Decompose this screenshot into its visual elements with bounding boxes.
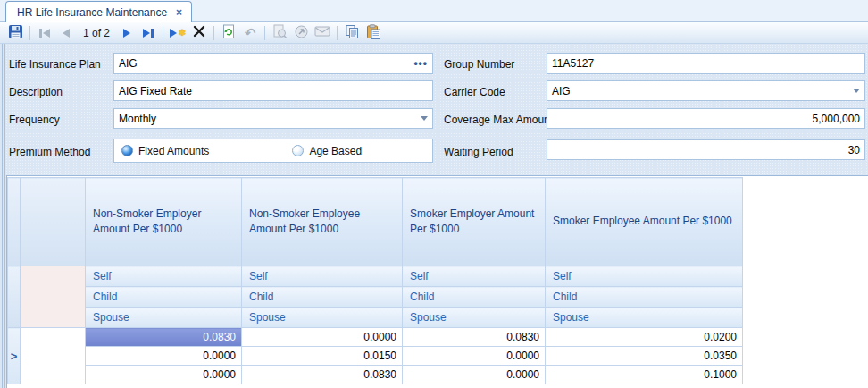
export-icon — [294, 24, 309, 42]
band-label-cell[interactable]: Self — [546, 266, 743, 287]
grid-cell[interactable]: 0.1000 — [546, 366, 743, 384]
coverage-max-amount-value: 5,000,000 — [813, 113, 860, 125]
rates-grid-panel: Non-Smoker Employer Amount Per $1000 Non… — [6, 175, 868, 388]
save-icon — [8, 24, 23, 42]
new-record-button[interactable]: ✱ — [168, 24, 188, 42]
lookup-ellipsis-icon[interactable]: ••• — [413, 57, 428, 70]
grid-cell[interactable]: 0.0000 — [403, 366, 546, 384]
undo-icon: ↶ — [245, 26, 256, 39]
group-number-value: 11A5127 — [552, 57, 594, 70]
radio-age-based[interactable]: Age Based — [292, 145, 362, 157]
band-label-cell[interactable]: Child — [242, 287, 403, 308]
group-number-label: Group Number — [444, 58, 514, 71]
waiting-period-label: Waiting Period — [444, 146, 513, 158]
toolbar-separator — [163, 26, 163, 40]
frequency-value: Monthly — [119, 113, 156, 125]
band-label-cell[interactable]: Child — [546, 287, 743, 308]
grid-corner-cell — [21, 178, 86, 266]
waiting-period-value: 30 — [848, 144, 860, 156]
hr-life-insurance-window: HR Life Insurance Maintenance × 1 of 2 ✱ — [0, 0, 868, 388]
next-record-icon — [123, 29, 130, 38]
grid-cell[interactable]: 0.0830 — [403, 328, 546, 347]
previous-record-button — [56, 24, 76, 42]
carrier-code-label: Carrier Code — [444, 86, 505, 98]
frequency-combo[interactable]: Monthly — [113, 108, 433, 129]
band-label-cell[interactable]: Self — [242, 266, 403, 287]
description-value: AIG Fixed Rate — [119, 85, 192, 97]
grid-cell[interactable]: 0.0000 — [403, 347, 546, 366]
chevron-down-icon — [421, 116, 428, 121]
toolbar: 1 of 2 ✱ ↶ — [0, 22, 868, 44]
band-label-cell[interactable]: Self — [86, 266, 242, 287]
refresh-icon — [221, 24, 236, 42]
life-insurance-plan-value: AIG — [119, 57, 138, 70]
grid-cell[interactable]: 0.0000 — [242, 328, 403, 347]
undo-button: ↶ — [240, 24, 260, 42]
toolbar-separator — [29, 26, 30, 40]
radio-fixed-amounts-label: Fixed Amounts — [138, 145, 209, 157]
tab-title: HR Life Insurance Maintenance — [17, 6, 167, 19]
band-label-cell[interactable]: Spouse — [86, 308, 242, 328]
current-row-indicator[interactable]: > — [8, 328, 21, 384]
grid-cell[interactable]: 0.0350 — [546, 347, 743, 366]
life-insurance-plan-label: Life Insurance Plan — [9, 58, 101, 71]
band-label-cell[interactable]: Child — [403, 287, 546, 308]
right-chevron-icon: > — [11, 350, 18, 363]
delete-record-button[interactable] — [189, 24, 209, 42]
radio-fixed-amounts[interactable]: Fixed Amounts — [121, 145, 209, 157]
copy-icon — [345, 24, 360, 42]
carrier-code-combo[interactable]: AIG — [547, 80, 865, 101]
band-row-gutter — [8, 266, 21, 328]
tab-hr-life-insurance[interactable]: HR Life Insurance Maintenance × — [5, 1, 192, 22]
band-label-cell[interactable]: Self — [403, 266, 546, 287]
radio-unselected-icon — [292, 145, 304, 156]
grid-column-header[interactable]: Non-Smoker Employer Amount Per $1000 — [86, 178, 242, 266]
toolbar-separator — [213, 26, 214, 40]
first-record-button — [35, 24, 54, 42]
left-splitter[interactable] — [0, 44, 6, 388]
new-record-icon: ✱ — [170, 29, 186, 38]
group-number-field[interactable]: 11A5127 — [547, 53, 865, 74]
print-preview-icon — [272, 24, 288, 42]
data-row-header[interactable] — [21, 328, 86, 384]
grid-column-header[interactable]: Smoker Employer Amount Per $1000 — [403, 178, 546, 266]
radio-age-based-label: Age Based — [309, 145, 362, 157]
email-button — [313, 24, 332, 42]
grid-cell[interactable]: 0.0000 — [86, 366, 242, 384]
band-label-cell[interactable]: Child — [86, 287, 242, 308]
record-position: 1 of 2 — [78, 27, 115, 39]
grid-column-header[interactable]: Non-Smoker Employee Amount Per $1000 — [242, 178, 403, 266]
grid-cell-selected[interactable]: 0.0830 — [86, 328, 242, 347]
tab-close-icon[interactable]: × — [176, 7, 182, 18]
first-record-icon — [39, 29, 50, 38]
frequency-label: Frequency — [9, 114, 60, 126]
grid-cell[interactable]: 0.0000 — [86, 347, 242, 366]
life-insurance-plan-field[interactable]: AIG ••• — [113, 53, 433, 74]
grid-cell[interactable]: 0.0150 — [242, 347, 403, 366]
grid-column-header[interactable]: Smoker Employee Amount Per $1000 — [546, 178, 743, 266]
next-record-button[interactable] — [117, 24, 137, 42]
band-row-header[interactable] — [21, 266, 86, 328]
band-label-cell[interactable]: Spouse — [546, 308, 743, 328]
coverage-max-amount-label: Coverage Max Amount — [444, 114, 553, 126]
band-label-cell[interactable]: Spouse — [242, 308, 403, 328]
save-button[interactable] — [5, 24, 25, 42]
description-field[interactable]: AIG Fixed Rate — [113, 80, 433, 101]
last-record-button[interactable] — [138, 24, 158, 42]
toolbar-separator — [264, 26, 265, 40]
refresh-button[interactable] — [219, 24, 238, 42]
export-button — [291, 24, 311, 42]
grid-cell[interactable]: 0.0830 — [242, 366, 403, 384]
coverage-max-amount-field[interactable]: 5,000,000 — [547, 108, 865, 129]
paste-button[interactable] — [363, 24, 383, 42]
waiting-period-field[interactable]: 30 — [547, 139, 865, 160]
copy-button[interactable] — [342, 24, 362, 42]
previous-record-icon — [63, 29, 70, 38]
rates-grid: Non-Smoker Employer Amount Per $1000 Non… — [7, 177, 743, 384]
print-preview-button — [270, 24, 289, 42]
last-record-icon — [143, 29, 154, 38]
chevron-down-icon — [853, 89, 860, 93]
grid-cell[interactable]: 0.0200 — [546, 328, 743, 347]
band-label-cell[interactable]: Spouse — [403, 308, 546, 328]
description-label: Description — [9, 86, 63, 98]
